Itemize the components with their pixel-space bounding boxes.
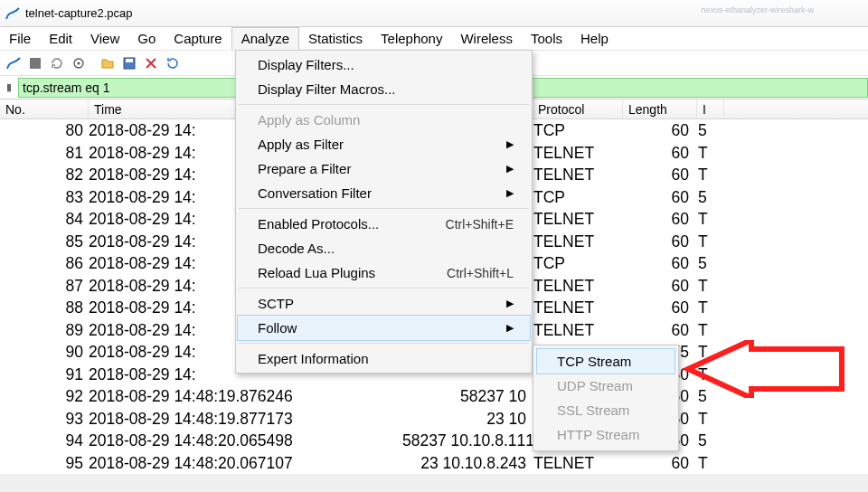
filter-bookmark-icon[interactable]: ▮ bbox=[0, 81, 18, 93]
menu-item-enabled-protocols-[interactable]: Enabled Protocols...Ctrl+Shift+E bbox=[238, 212, 530, 236]
table-row[interactable]: 942018-08-29 14:48:20.06549858237 10.10.… bbox=[0, 430, 868, 452]
save-icon[interactable] bbox=[119, 53, 139, 73]
menu-item-apply-as-column: Apply as Column bbox=[238, 108, 530, 132]
inactive-tab-hint: nexus-ethanalyzer-wireshark-w bbox=[701, 5, 814, 14]
menu-item-display-filters-[interactable]: Display Filters... bbox=[238, 52, 530, 77]
menu-item-conversation-filter[interactable]: Conversation Filter▶ bbox=[238, 181, 530, 205]
svg-point-2 bbox=[78, 62, 80, 64]
col-header-no[interactable]: No. bbox=[0, 99, 89, 118]
svg-rect-4 bbox=[126, 59, 133, 62]
menu-wireless[interactable]: Wireless bbox=[451, 27, 522, 50]
menu-item-reload-lua-plugins[interactable]: Reload Lua PluginsCtrl+Shift+L bbox=[238, 260, 530, 285]
submenu-item-tcp-stream[interactable]: TCP Stream bbox=[536, 348, 675, 374]
display-filter-input[interactable] bbox=[18, 78, 246, 98]
submenu-item-udp-stream: UDP Stream bbox=[537, 374, 675, 398]
menubar: File Edit View Go Capture Analyze Statis… bbox=[0, 27, 868, 51]
col-header-info[interactable]: I bbox=[697, 99, 724, 118]
follow-submenu: TCP StreamUDP StreamSSL StreamHTTP Strea… bbox=[533, 345, 679, 451]
menu-item-expert-information[interactable]: Expert Information bbox=[238, 346, 530, 371]
analyze-dropdown: Display Filters...Display Filter Macros.… bbox=[235, 50, 533, 374]
col-header-protocol[interactable]: Protocol bbox=[533, 99, 623, 118]
menu-item-prepare-a-filter[interactable]: Prepare a Filter▶ bbox=[238, 156, 530, 181]
menu-statistics[interactable]: Statistics bbox=[299, 27, 372, 50]
menu-analyze[interactable]: Analyze bbox=[231, 27, 299, 50]
submenu-item-ssl-stream: SSL Stream bbox=[537, 398, 675, 422]
reload-icon[interactable] bbox=[163, 53, 183, 73]
menu-view[interactable]: View bbox=[81, 27, 128, 50]
wireshark-icon bbox=[5, 6, 20, 21]
svg-rect-0 bbox=[30, 58, 41, 69]
fin-icon[interactable] bbox=[4, 53, 24, 73]
menu-item-display-filter-macros-[interactable]: Display Filter Macros... bbox=[238, 77, 530, 101]
col-header-length[interactable]: Length bbox=[623, 99, 697, 118]
menu-item-follow[interactable]: Follow▶ bbox=[237, 315, 531, 341]
menu-edit[interactable]: Edit bbox=[40, 27, 81, 50]
table-row[interactable]: 932018-08-29 14:48:19.87717323 10TELNET6… bbox=[0, 408, 868, 430]
menu-telephony[interactable]: Telephony bbox=[372, 27, 451, 50]
stop-icon[interactable] bbox=[25, 53, 45, 73]
menu-tools[interactable]: Tools bbox=[522, 27, 571, 50]
window-title: telnet-capture2.pcap bbox=[25, 6, 133, 20]
table-row[interactable]: 952018-08-29 14:48:20.06710723 10.10.8.2… bbox=[0, 452, 868, 475]
restart-icon[interactable] bbox=[47, 53, 67, 73]
menu-item-apply-as-filter[interactable]: Apply as Filter▶ bbox=[238, 132, 530, 156]
menu-go[interactable]: Go bbox=[128, 27, 165, 50]
open-icon[interactable] bbox=[98, 53, 118, 73]
menu-capture[interactable]: Capture bbox=[165, 27, 231, 50]
close-icon[interactable] bbox=[141, 53, 161, 73]
submenu-item-http-stream: HTTP Stream bbox=[537, 422, 675, 447]
options-icon[interactable] bbox=[69, 53, 89, 73]
menu-help[interactable]: Help bbox=[571, 27, 618, 50]
menu-item-sctp[interactable]: SCTP▶ bbox=[238, 291, 530, 316]
menu-item-decode-as-[interactable]: Decode As... bbox=[238, 236, 530, 260]
table-row[interactable]: 922018-08-29 14:48:19.87624658237 10TELN… bbox=[0, 385, 868, 408]
menu-file[interactable]: File bbox=[0, 27, 40, 50]
